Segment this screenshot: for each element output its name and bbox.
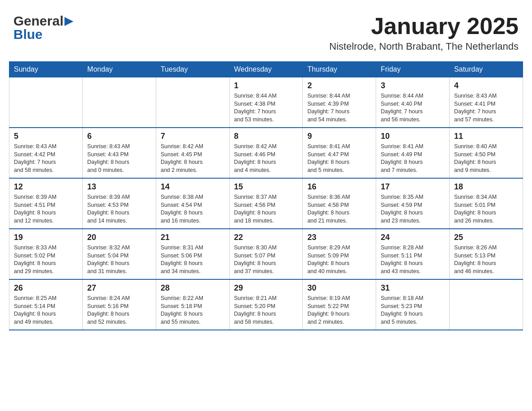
day-info: Sunrise: 8:39 AM Sunset: 4:53 PM Dayligh… [87, 193, 151, 225]
day-cell: 29Sunrise: 8:21 AM Sunset: 5:20 PM Dayli… [229, 279, 303, 330]
day-info: Sunrise: 8:18 AM Sunset: 5:23 PM Dayligh… [381, 295, 445, 326]
day-cell: 13Sunrise: 8:39 AM Sunset: 4:53 PM Dayli… [82, 178, 156, 229]
weekday-header-friday: Friday [376, 62, 450, 77]
day-cell: 20Sunrise: 8:32 AM Sunset: 5:04 PM Dayli… [82, 229, 156, 279]
logo-blue: Blue [13, 27, 73, 42]
day-number: 23 [307, 233, 371, 242]
day-cell: 21Sunrise: 8:31 AM Sunset: 5:06 PM Dayli… [156, 229, 229, 279]
weekday-header-row: SundayMondayTuesdayWednesdayThursdayFrid… [9, 62, 523, 77]
day-info: Sunrise: 8:28 AM Sunset: 5:11 PM Dayligh… [381, 244, 445, 275]
day-number: 10 [381, 132, 445, 141]
day-number: 19 [14, 233, 78, 242]
weekday-header-wednesday: Wednesday [229, 62, 303, 77]
day-number: 8 [234, 132, 298, 141]
weekday-header-sunday: Sunday [9, 62, 83, 77]
day-number: 7 [161, 132, 225, 141]
day-info: Sunrise: 8:35 AM Sunset: 4:59 PM Dayligh… [381, 193, 445, 225]
day-number: 18 [454, 182, 518, 192]
day-info: Sunrise: 8:44 AM Sunset: 4:39 PM Dayligh… [307, 92, 371, 124]
day-info: Sunrise: 8:42 AM Sunset: 4:45 PM Dayligh… [161, 143, 225, 174]
logo: General Blue [9, 9, 78, 47]
day-cell: 2Sunrise: 8:44 AM Sunset: 4:39 PM Daylig… [303, 77, 376, 128]
day-cell: 23Sunrise: 8:29 AM Sunset: 5:09 PM Dayli… [303, 229, 376, 279]
day-cell: 3Sunrise: 8:44 AM Sunset: 4:40 PM Daylig… [376, 77, 450, 128]
day-number: 5 [14, 132, 78, 141]
day-number: 20 [87, 233, 151, 242]
day-number: 29 [234, 283, 298, 293]
day-number: 4 [454, 81, 518, 90]
day-cell: 17Sunrise: 8:35 AM Sunset: 4:59 PM Dayli… [376, 178, 450, 229]
day-cell: 26Sunrise: 8:25 AM Sunset: 5:14 PM Dayli… [9, 279, 83, 330]
weekday-header-thursday: Thursday [303, 62, 376, 77]
day-cell: 25Sunrise: 8:26 AM Sunset: 5:13 PM Dayli… [450, 229, 523, 279]
day-cell: 19Sunrise: 8:33 AM Sunset: 5:02 PM Dayli… [9, 229, 83, 279]
day-number: 15 [234, 182, 298, 192]
day-cell: 30Sunrise: 8:19 AM Sunset: 5:22 PM Dayli… [303, 279, 376, 330]
day-number: 22 [234, 233, 298, 242]
day-cell: 24Sunrise: 8:28 AM Sunset: 5:11 PM Dayli… [376, 229, 450, 279]
day-info: Sunrise: 8:24 AM Sunset: 5:16 PM Dayligh… [87, 295, 151, 326]
weekday-header-monday: Monday [82, 62, 156, 77]
day-cell: 31Sunrise: 8:18 AM Sunset: 5:23 PM Dayli… [376, 279, 450, 330]
day-cell: 10Sunrise: 8:41 AM Sunset: 4:49 PM Dayli… [376, 128, 450, 178]
day-cell [156, 77, 229, 128]
day-cell: 9Sunrise: 8:41 AM Sunset: 4:47 PM Daylig… [303, 128, 376, 178]
logo-arrow-icon [64, 17, 73, 26]
day-number: 11 [454, 132, 518, 141]
day-cell: 22Sunrise: 8:30 AM Sunset: 5:07 PM Dayli… [229, 229, 303, 279]
day-cell: 14Sunrise: 8:38 AM Sunset: 4:54 PM Dayli… [156, 178, 229, 229]
day-info: Sunrise: 8:25 AM Sunset: 5:14 PM Dayligh… [14, 295, 78, 326]
location-title: Nistelrode, North Brabant, The Netherlan… [329, 41, 519, 52]
weekday-header-tuesday: Tuesday [156, 62, 229, 77]
svg-marker-0 [64, 17, 73, 26]
day-cell [9, 77, 83, 128]
day-info: Sunrise: 8:26 AM Sunset: 5:13 PM Dayligh… [454, 244, 518, 275]
day-info: Sunrise: 8:44 AM Sunset: 4:38 PM Dayligh… [234, 92, 298, 124]
day-cell: 1Sunrise: 8:44 AM Sunset: 4:38 PM Daylig… [229, 77, 303, 128]
day-cell: 4Sunrise: 8:43 AM Sunset: 4:41 PM Daylig… [450, 77, 523, 128]
month-title: January 2025 [329, 13, 519, 39]
day-info: Sunrise: 8:22 AM Sunset: 5:18 PM Dayligh… [161, 295, 225, 326]
day-info: Sunrise: 8:42 AM Sunset: 4:46 PM Dayligh… [234, 143, 298, 174]
day-cell: 5Sunrise: 8:43 AM Sunset: 4:42 PM Daylig… [9, 128, 83, 178]
day-number: 9 [307, 132, 371, 141]
day-info: Sunrise: 8:43 AM Sunset: 4:42 PM Dayligh… [14, 143, 78, 174]
day-info: Sunrise: 8:32 AM Sunset: 5:04 PM Dayligh… [87, 244, 151, 275]
day-info: Sunrise: 8:33 AM Sunset: 5:02 PM Dayligh… [14, 244, 78, 275]
day-number: 13 [87, 182, 151, 192]
day-info: Sunrise: 8:44 AM Sunset: 4:40 PM Dayligh… [381, 92, 445, 124]
day-cell: 27Sunrise: 8:24 AM Sunset: 5:16 PM Dayli… [82, 279, 156, 330]
day-number: 6 [87, 132, 151, 141]
day-info: Sunrise: 8:38 AM Sunset: 4:54 PM Dayligh… [161, 193, 225, 225]
day-number: 27 [87, 283, 151, 293]
day-info: Sunrise: 8:34 AM Sunset: 5:01 PM Dayligh… [454, 193, 518, 225]
day-info: Sunrise: 8:31 AM Sunset: 5:06 PM Dayligh… [161, 244, 225, 275]
day-number: 14 [161, 182, 225, 192]
week-row-3: 12Sunrise: 8:39 AM Sunset: 4:51 PM Dayli… [9, 178, 523, 229]
day-info: Sunrise: 8:39 AM Sunset: 4:51 PM Dayligh… [14, 193, 78, 225]
logo-general: General [13, 13, 64, 29]
day-info: Sunrise: 8:41 AM Sunset: 4:47 PM Dayligh… [307, 143, 371, 174]
day-cell: 12Sunrise: 8:39 AM Sunset: 4:51 PM Dayli… [9, 178, 83, 229]
day-number: 24 [381, 233, 445, 242]
day-number: 26 [14, 283, 78, 293]
week-row-4: 19Sunrise: 8:33 AM Sunset: 5:02 PM Dayli… [9, 229, 523, 279]
week-row-5: 26Sunrise: 8:25 AM Sunset: 5:14 PM Dayli… [9, 279, 523, 330]
day-number: 28 [161, 283, 225, 293]
day-cell: 15Sunrise: 8:37 AM Sunset: 4:56 PM Dayli… [229, 178, 303, 229]
day-cell [450, 279, 523, 330]
day-info: Sunrise: 8:29 AM Sunset: 5:09 PM Dayligh… [307, 244, 371, 275]
day-cell: 16Sunrise: 8:36 AM Sunset: 4:58 PM Dayli… [303, 178, 376, 229]
day-number: 25 [454, 233, 518, 242]
day-number: 1 [234, 81, 298, 90]
day-cell: 6Sunrise: 8:43 AM Sunset: 4:43 PM Daylig… [82, 128, 156, 178]
header: General Blue January 2025 Nistelrode, No… [9, 9, 523, 57]
weekday-header-saturday: Saturday [450, 62, 523, 77]
day-number: 12 [14, 182, 78, 192]
day-info: Sunrise: 8:40 AM Sunset: 4:50 PM Dayligh… [454, 143, 518, 174]
day-cell: 7Sunrise: 8:42 AM Sunset: 4:45 PM Daylig… [156, 128, 229, 178]
day-info: Sunrise: 8:21 AM Sunset: 5:20 PM Dayligh… [234, 295, 298, 326]
calendar-table: SundayMondayTuesdayWednesdayThursdayFrid… [9, 61, 523, 330]
day-number: 2 [307, 81, 371, 90]
day-info: Sunrise: 8:43 AM Sunset: 4:43 PM Dayligh… [87, 143, 151, 174]
